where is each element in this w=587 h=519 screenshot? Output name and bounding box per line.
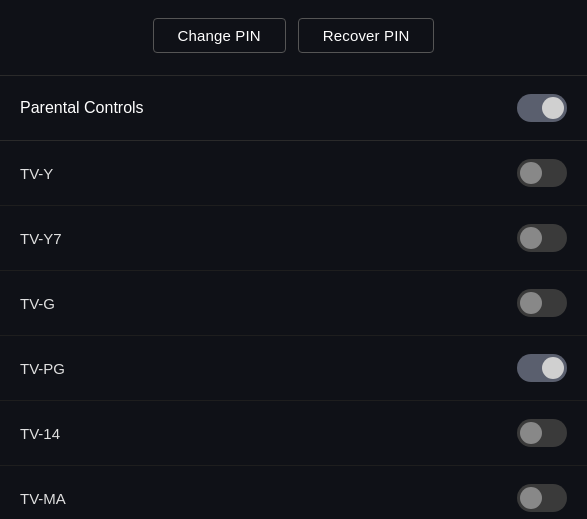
rating-row-tv-14: TV-14 <box>0 401 587 466</box>
rating-row-tv-y7: TV-Y7 <box>0 206 587 271</box>
rating-toggle-thumb-tv-pg <box>542 357 564 379</box>
rating-toggle-thumb-tv-y7 <box>520 227 542 249</box>
parental-controls-label: Parental Controls <box>20 99 144 117</box>
change-pin-button[interactable]: Change PIN <box>153 18 286 53</box>
rating-label-tv-y7: TV-Y7 <box>20 230 62 247</box>
rating-toggle-thumb-tv-y <box>520 162 542 184</box>
rating-label-tv-14: TV-14 <box>20 425 60 442</box>
parental-controls-toggle[interactable] <box>517 94 567 122</box>
rating-rows-container: TV-YTV-Y7TV-GTV-PGTV-14TV-MA <box>0 141 587 519</box>
rating-label-tv-pg: TV-PG <box>20 360 65 377</box>
rating-toggle-thumb-tv-g <box>520 292 542 314</box>
rating-label-tv-g: TV-G <box>20 295 55 312</box>
rating-toggle-tv-pg[interactable] <box>517 354 567 382</box>
rating-row-tv-ma: TV-MA <box>0 466 587 519</box>
rating-toggle-tv-14[interactable] <box>517 419 567 447</box>
rating-label-tv-y: TV-Y <box>20 165 53 182</box>
recover-pin-button[interactable]: Recover PIN <box>298 18 435 53</box>
rating-row-tv-pg: TV-PG <box>0 336 587 401</box>
rating-toggle-tv-y7[interactable] <box>517 224 567 252</box>
rating-toggle-tv-ma[interactable] <box>517 484 567 512</box>
rating-toggle-thumb-tv-ma <box>520 487 542 509</box>
parental-controls-row: Parental Controls <box>0 76 587 141</box>
rating-row-tv-g: TV-G <box>0 271 587 336</box>
rating-toggle-tv-y[interactable] <box>517 159 567 187</box>
rating-toggle-tv-g[interactable] <box>517 289 567 317</box>
pin-actions-bar: Change PIN Recover PIN <box>0 0 587 75</box>
rating-label-tv-ma: TV-MA <box>20 490 66 507</box>
parental-toggle-thumb <box>542 97 564 119</box>
rating-toggle-thumb-tv-14 <box>520 422 542 444</box>
rating-row-tv-y: TV-Y <box>0 141 587 206</box>
